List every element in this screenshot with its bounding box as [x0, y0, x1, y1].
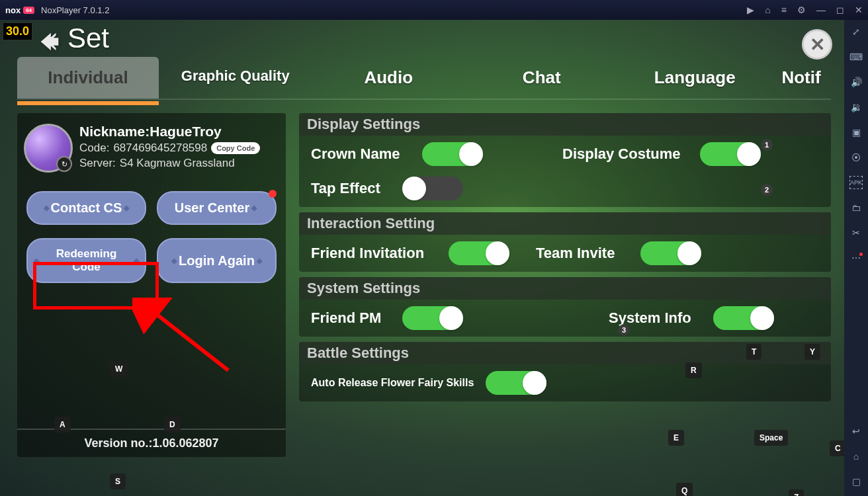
emulator-titlebar: nox 64 NoxPlayer 7.0.1.2 ▶ ⌂ ≡ ⚙ — ◻ ✕ [0, 0, 868, 20]
version-bar: Version no.:1.06.062807 [17, 429, 286, 457]
system-section: System Settings Friend PM System Info [299, 277, 831, 337]
interaction-section: Interaction Setting Friend Invitation Te… [299, 212, 831, 272]
tap-effect-toggle[interactable] [402, 177, 463, 200]
auto-release-setting: Auto Release Flower Fairy Skills [311, 371, 546, 395]
tab-notification[interactable]: Notif [771, 57, 831, 99]
recent-nav-icon[interactable]: ▢ [849, 475, 863, 488]
window-controls: ▶ ⌂ ≡ ⚙ — ◻ ✕ [747, 5, 863, 15]
code-row: Code:687469645278598 Copy Code [79, 142, 260, 155]
nickname-label: Nickname: [79, 124, 150, 139]
server-label: Server: [79, 157, 116, 170]
code-label: Code: [79, 142, 109, 155]
system-info-toggle[interactable] [713, 306, 774, 330]
copy-code-button[interactable]: Copy Code [211, 142, 260, 154]
redeeming-code-button[interactable]: Redeeming Code [26, 238, 146, 283]
tab-audio[interactable]: Audio [312, 57, 466, 99]
system-header: System Settings [299, 277, 831, 300]
profile-block: Nickname:HagueTroy Code:687469645278598 … [24, 124, 279, 173]
brand-text: nox [5, 5, 21, 15]
menu-icon[interactable]: ≡ [781, 5, 787, 15]
contact-cs-button[interactable]: Contact CS [26, 191, 146, 225]
system-info-label: System Info [609, 310, 701, 327]
friend-pm-label: Friend PM [311, 310, 390, 327]
display-costume-setting: Display Costume [562, 142, 761, 166]
settings-tabs: Individual Graphic Quality Audio Chat La… [17, 57, 831, 100]
version-label: Version no.: [84, 436, 152, 450]
friend-pm-toggle[interactable] [402, 306, 463, 330]
crown-name-toggle[interactable] [422, 142, 483, 166]
page-title: Set [67, 22, 109, 54]
display-costume-toggle[interactable] [700, 142, 761, 166]
friend-invitation-toggle[interactable] [449, 241, 509, 265]
home-icon[interactable]: ⌂ [765, 5, 770, 15]
record-icon[interactable]: ⦿ [849, 151, 863, 164]
nickname-value: HagueTroy [150, 124, 222, 139]
home-nav-icon[interactable]: ⌂ [849, 450, 863, 463]
window-title: NoxPlayer 7.0.1.2 [41, 5, 109, 15]
volume-up-icon[interactable]: 🔊 [849, 75, 863, 89]
display-costume-label: Display Costume [562, 145, 688, 163]
interaction-header: Interaction Setting [299, 212, 831, 235]
crown-name-setting: Crown Name [311, 142, 509, 166]
volume-down-icon[interactable]: 🔉 [849, 101, 863, 114]
user-center-button[interactable]: User Center [157, 191, 277, 225]
profile-info: Nickname:HagueTroy Code:687469645278598 … [79, 124, 260, 170]
code-value: 687469645278598 [113, 142, 207, 155]
server-value: S4 Kagmaw Grassland [120, 157, 235, 170]
redeeming-code-label: Redeeming Code [41, 247, 132, 274]
nickname-row: Nickname:HagueTroy [79, 124, 260, 140]
more-icon[interactable]: ⋯ [849, 251, 863, 265]
settings-content: Nickname:HagueTroy Code:687469645278598 … [0, 100, 844, 457]
login-again-label: Login Again [179, 253, 255, 269]
key-q: Q [676, 483, 693, 496]
auto-release-label: Auto Release Flower Fairy Skills [311, 377, 474, 389]
maximize-icon[interactable]: ◻ [836, 5, 844, 15]
emulator-sidebar: ⤢ ⌨ 🔊 🔉 ▣ ⦿ APK 🗀 ✂ ⋯ ↩ ⌂ ▢ [844, 20, 868, 496]
game-viewport: 30.0 Set ✕ Individual Graphic Quality Au… [0, 20, 844, 496]
screenshot-icon[interactable]: ▣ [849, 126, 863, 139]
keyboard-icon[interactable]: ⌨ [849, 50, 863, 63]
tap-effect-label: Tap Effect [311, 180, 390, 197]
tab-language[interactable]: Language [619, 57, 772, 99]
settings-sections: Display Settings Crown Name Display Cost… [299, 113, 831, 457]
close-icon[interactable]: ✕ [855, 5, 863, 15]
scissors-icon[interactable]: ✂ [849, 226, 863, 239]
play-store-icon[interactable]: ▶ [747, 5, 754, 15]
team-invite-setting: Team Invite [536, 241, 734, 265]
tab-individual[interactable]: Individual [17, 57, 159, 99]
close-button[interactable]: ✕ [802, 29, 832, 60]
friend-invitation-label: Friend Invitation [311, 245, 437, 262]
tab-chat[interactable]: Chat [465, 57, 619, 99]
back-button[interactable] [37, 29, 62, 57]
crown-name-label: Crown Name [311, 145, 410, 163]
avatar[interactable] [24, 124, 73, 173]
display-header: Display Settings [299, 113, 831, 136]
back-nav-icon[interactable]: ↩ [849, 425, 863, 438]
back-icon [37, 29, 62, 54]
version-value: 1.06.062807 [152, 436, 218, 450]
system-info-setting: System Info [609, 306, 807, 330]
minimize-icon[interactable]: — [816, 5, 826, 15]
login-again-button[interactable]: Login Again [157, 238, 277, 283]
user-center-label: User Center [175, 200, 249, 216]
tab-graphic-quality[interactable]: Graphic Quality [159, 57, 312, 99]
contact-cs-label: Contact CS [51, 200, 122, 216]
team-invite-toggle[interactable] [640, 241, 701, 265]
tap-effect-setting: Tap Effect [311, 177, 509, 200]
server-row: Server:S4 Kagmaw Grassland [79, 157, 260, 170]
folder-icon[interactable]: 🗀 [849, 201, 863, 214]
gear-icon[interactable]: ⚙ [797, 5, 806, 15]
battle-header: Battle Settings [299, 342, 831, 364]
team-invite-label: Team Invite [536, 245, 629, 262]
fullscreen-icon[interactable]: ⤢ [849, 25, 863, 38]
battle-section: Battle Settings Auto Release Flower Fair… [299, 342, 831, 401]
friend-pm-setting: Friend PM [311, 306, 509, 330]
key-s: S [110, 474, 126, 489]
apk-icon[interactable]: APK [849, 176, 863, 189]
friend-invitation-setting: Friend Invitation [311, 241, 509, 265]
settings-header: Set ✕ [0, 20, 844, 57]
action-buttons: Contact CS User Center Redeeming Code Lo… [24, 191, 279, 283]
auto-release-toggle[interactable] [486, 371, 546, 395]
nox-logo: nox 64 [5, 5, 34, 15]
key-z: Z [789, 489, 804, 496]
